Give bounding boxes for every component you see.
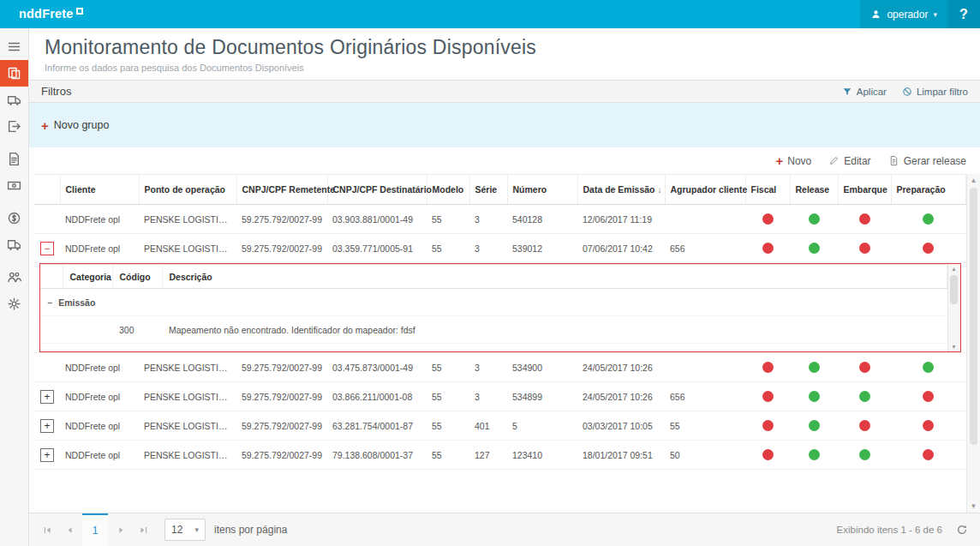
table-row[interactable]: +NDDFrete oplPENSKE LOGISTICS CAJ...59.2…: [34, 441, 966, 470]
column-header-cliente[interactable]: Cliente: [60, 175, 139, 205]
detail-column-header[interactable]: Descrição: [162, 265, 947, 289]
cell-embarque: [838, 234, 891, 263]
table-row[interactable]: +NDDFrete oplPENSKE LOGISTICS CAJ...59.2…: [34, 411, 966, 441]
sidebar-item-export[interactable]: [0, 113, 28, 140]
page-number-current[interactable]: 1: [82, 513, 108, 546]
column-header-embarque[interactable]: Embarque: [838, 175, 891, 205]
next-page-button[interactable]: [110, 513, 132, 546]
detail-group-row[interactable]: −Emissão: [40, 289, 947, 316]
menu-icon: [7, 39, 21, 54]
last-page-button[interactable]: [132, 513, 154, 546]
user-name: operador: [887, 9, 928, 21]
cell-fiscal: [745, 382, 790, 411]
edit-pencil-icon: [828, 155, 840, 166]
cell-destinatario: 03.903.881/0001-49: [327, 205, 427, 234]
column-header-ponto[interactable]: Ponto de operação: [139, 175, 236, 205]
detail-expand-column-header: [40, 265, 63, 289]
sidebar-item-users[interactable]: [0, 264, 28, 291]
table-row[interactable]: −NDDFrete oplPENSKE LOGISTICS CAJ...59.2…: [34, 234, 966, 263]
status-dot-embarque: [859, 449, 870, 460]
sidebar-item-document[interactable]: [0, 146, 28, 172]
status-dot-preparacao: [923, 449, 934, 460]
column-header-remetente[interactable]: CNPJ/CPF Remetente: [236, 175, 327, 205]
refresh-icon[interactable]: [956, 524, 968, 536]
sort-desc-icon: ↓: [658, 185, 662, 195]
cell-numero: 534900: [507, 353, 577, 382]
user-menu[interactable]: operador ▾: [860, 0, 947, 28]
detail-column-header[interactable]: Código: [112, 265, 162, 289]
column-header-fiscal[interactable]: Fiscal: [745, 175, 790, 205]
cell-agrupador: 656: [665, 234, 745, 263]
cell-preparacao: [891, 411, 966, 441]
clear-filter-label: Limpar filtro: [917, 87, 968, 97]
column-header-preparacao[interactable]: Preparação: [891, 175, 966, 205]
detail-column-header[interactable]: Categoria: [63, 265, 112, 289]
cell-fiscal: [745, 441, 790, 470]
cell-embarque: [838, 353, 891, 382]
collapse-group-icon[interactable]: −: [47, 297, 52, 308]
brand-text: nddFrete: [19, 7, 74, 21]
grid-vertical-scrollbar[interactable]: ▲ ▼: [966, 174, 980, 513]
new-button[interactable]: + Novo: [775, 154, 811, 167]
user-icon: [870, 9, 881, 20]
column-header-modelo[interactable]: Modelo: [427, 175, 469, 205]
cell-preparacao: [891, 205, 966, 234]
currency-icon: [7, 211, 21, 225]
help-button[interactable]: ?: [947, 0, 980, 28]
cell-release: [790, 234, 838, 263]
sidebar-item-truck[interactable]: [0, 87, 28, 113]
cell-serie: 127: [469, 441, 507, 470]
sidebar-item-settings[interactable]: [0, 291, 28, 317]
cell-embarque: [838, 411, 891, 441]
cell-remetente: 59.275.792/0027-99: [236, 234, 327, 263]
apply-filter-button[interactable]: Aplicar: [842, 87, 887, 97]
first-page-button[interactable]: [36, 513, 58, 546]
status-dot-fiscal: [762, 391, 774, 402]
column-header-serie[interactable]: Série: [469, 175, 507, 205]
expand-column-header: [34, 175, 60, 205]
scroll-up-icon[interactable]: ▲: [971, 177, 977, 184]
caret-down-icon: ▾: [933, 10, 937, 19]
table-row[interactable]: +NDDFrete oplPENSKE LOGISTICS CAJ...59.2…: [34, 382, 966, 411]
detail-scroll-thumb[interactable]: [950, 275, 958, 304]
expand-row-button[interactable]: +: [40, 448, 54, 462]
collapse-row-button[interactable]: −: [40, 242, 54, 255]
table-row[interactable]: NDDFrete oplPENSKE LOGISTICS CAJ...59.27…: [34, 353, 966, 382]
column-header-numero[interactable]: Número: [507, 175, 577, 205]
column-header-destinatario[interactable]: CNPJ/CPF Destinatário: [327, 175, 427, 205]
column-header-release[interactable]: Release: [790, 175, 838, 205]
detail-scroll-down-icon[interactable]: ▼: [951, 344, 957, 350]
sidebar-item-delivery[interactable]: [0, 231, 28, 258]
expand-row-button[interactable]: +: [40, 419, 54, 433]
expand-cell: +: [34, 411, 60, 441]
brand-flag-icon: [76, 8, 83, 15]
detail-scroll-up-icon[interactable]: ▲: [951, 266, 957, 272]
sidebar-item-monitoring[interactable]: [0, 60, 28, 87]
generate-release-button[interactable]: Gerar release: [888, 155, 966, 167]
edit-button[interactable]: Editar: [828, 155, 870, 167]
sidebar-item-billing[interactable]: [0, 172, 28, 199]
expand-row-button[interactable]: +: [40, 390, 54, 404]
cell-preparacao: [891, 382, 966, 411]
previous-page-button[interactable]: [58, 513, 81, 546]
page-size-select[interactable]: 12 ▾: [164, 519, 206, 541]
new-group-button[interactable]: + Novo grupo: [41, 119, 109, 132]
cell-ponto: PENSKE LOGISTICS CAJ...: [139, 353, 236, 382]
scroll-thumb[interactable]: [970, 188, 977, 445]
status-dot-preparacao: [923, 213, 934, 225]
table-row[interactable]: NDDFrete oplPENSKE LOGISTICS CAJ...59.27…: [34, 205, 966, 234]
cell-cliente: NDDFrete opl: [60, 411, 139, 441]
scroll-down-icon[interactable]: ▼: [971, 502, 977, 510]
truck-icon: [7, 93, 21, 107]
column-header-agrupador[interactable]: Agrupador cliente: [665, 175, 745, 205]
sidebar-item-menu[interactable]: [0, 33, 28, 60]
clear-filter-button[interactable]: Limpar filtro: [902, 87, 968, 97]
body-row: Monitoramento de Documentos Originários …: [0, 28, 980, 546]
cell-cliente: NDDFrete opl: [60, 441, 139, 470]
cell-modelo: 55: [427, 411, 469, 441]
sidebar-item-currency[interactable]: [0, 205, 28, 231]
group-panel: + Novo grupo: [29, 103, 980, 147]
detail-scrollbar[interactable]: ▲▼: [947, 264, 960, 351]
page-size-value: 12: [171, 524, 182, 536]
column-header-emissao[interactable]: Data de Emissão↓: [577, 175, 665, 205]
